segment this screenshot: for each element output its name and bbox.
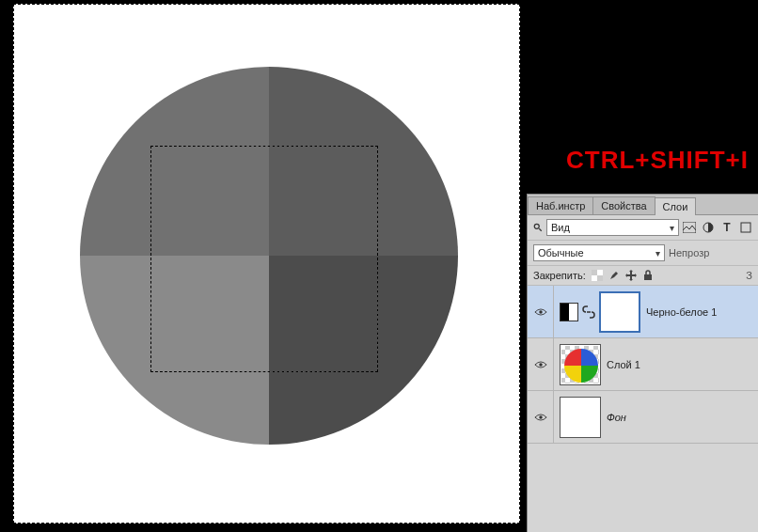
svg-rect-6 <box>597 275 603 281</box>
svg-rect-5 <box>592 270 597 275</box>
svg-point-0 <box>534 224 539 228</box>
eye-icon <box>534 360 547 369</box>
layer-search-row: Вид ▾ T <box>528 215 758 241</box>
layer-thumbnail[interactable] <box>560 344 601 385</box>
layer-row[interactable]: Черно-белое 1 <box>528 286 758 338</box>
brush-icon[interactable] <box>608 270 620 281</box>
chevron-down-icon: ▾ <box>655 248 660 258</box>
svg-point-12 <box>539 415 543 419</box>
layers-panel: Наб.инстр Свойства Слои Вид ▾ T Обычные … <box>527 194 758 532</box>
layer-name: Черно-белое 1 <box>646 306 717 318</box>
eye-icon <box>534 307 547 317</box>
svg-rect-4 <box>741 223 750 232</box>
blend-mode-value: Обычные <box>538 247 584 258</box>
layer-thumbnail[interactable] <box>560 397 601 438</box>
svg-point-10 <box>539 310 543 314</box>
visibility-toggle[interactable] <box>528 286 554 338</box>
tab-presets[interactable]: Наб.инстр <box>528 196 593 214</box>
adjustment-layer-icon <box>560 303 578 321</box>
move-icon[interactable] <box>625 270 637 281</box>
hotkey-annotation: CTRL+SHIFT+I <box>566 146 749 175</box>
layer-row[interactable]: Слой 1 <box>528 338 758 391</box>
layers-list: Черно-белое 1 Слой 1 Фон <box>528 286 758 444</box>
layer-name: Фон <box>607 412 626 423</box>
tab-layers[interactable]: Слои <box>655 197 697 215</box>
layer-name: Слой 1 <box>607 359 640 370</box>
visibility-toggle[interactable] <box>528 338 554 391</box>
chevron-down-icon: ▾ <box>670 223 674 233</box>
svg-rect-8 <box>592 275 597 281</box>
shape-filter-icon[interactable] <box>739 221 752 234</box>
filter-kind-select[interactable]: Вид ▾ <box>546 219 679 236</box>
selection-marquee[interactable] <box>150 146 378 372</box>
lock-row: Закрепить: З <box>528 266 758 286</box>
search-icon <box>533 223 543 232</box>
svg-rect-9 <box>644 274 652 280</box>
layer-row[interactable]: Фон <box>528 391 758 444</box>
lock-label: Закрепить: <box>533 270 586 281</box>
blend-row: Обычные ▾ Непрозр <box>528 241 758 266</box>
tab-properties[interactable]: Свойства <box>592 196 655 214</box>
svg-line-1 <box>539 228 542 231</box>
image-filter-icon[interactable] <box>683 221 696 234</box>
svg-rect-7 <box>597 270 603 275</box>
visibility-toggle[interactable] <box>528 391 554 444</box>
text-filter-icon[interactable]: T <box>720 221 734 234</box>
opacity-label: Непрозр <box>669 247 709 258</box>
eye-icon <box>534 413 547 422</box>
svg-point-11 <box>539 363 543 367</box>
blend-mode-select[interactable]: Обычные ▾ <box>533 244 665 261</box>
canvas[interactable] <box>13 4 520 524</box>
panel-tabs: Наб.инстр Свойства Слои <box>528 195 758 215</box>
lock-transparency-icon[interactable] <box>592 270 603 281</box>
lock-icon[interactable] <box>642 270 654 281</box>
fill-short-label: З <box>746 270 752 281</box>
filter-icons: T <box>683 221 752 234</box>
filter-kind-label: Вид <box>551 222 570 233</box>
adjust-filter-icon[interactable] <box>702 221 715 234</box>
link-icon[interactable] <box>582 305 595 319</box>
layer-mask-thumbnail[interactable] <box>599 291 640 333</box>
